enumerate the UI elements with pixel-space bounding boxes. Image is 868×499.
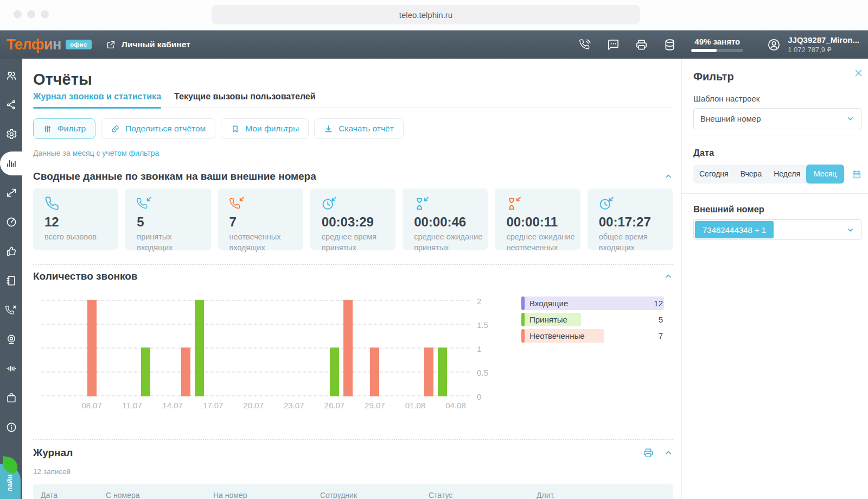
sidebar-item-network[interactable] (0, 90, 22, 119)
print-journal-icon[interactable] (643, 447, 654, 458)
journal-section-header: Журнал (33, 447, 673, 459)
external-number-chip[interactable]: 73462444348 + 1 (695, 221, 774, 238)
sidebar-item-quality[interactable] (0, 237, 22, 266)
storage-icon[interactable] (663, 39, 676, 51)
chart-plot: 00.511.5208.0711.0714.0717.0720.0723.072… (41, 301, 470, 396)
toolbar-button-my-filters[interactable]: Мои фильтры (221, 118, 309, 139)
x-axis-label: 11.07 (117, 401, 148, 410)
printer-icon[interactable] (635, 39, 648, 51)
sidebar-item-contacts-book[interactable] (0, 266, 22, 295)
summary-cards: 12всего вызовов5принятых входящих7неотве… (33, 188, 673, 250)
online-chat-widget[interactable]: лайн (0, 464, 21, 499)
page-title: Отчёты (33, 71, 673, 89)
window-maximize-button[interactable] (41, 10, 49, 18)
chart-bar-16.07 (195, 300, 204, 396)
summary-card: 5принятых входящих (125, 188, 210, 250)
x-axis-label: 04.08 (441, 401, 471, 410)
toolbar-button-filter[interactable]: Фильтр (33, 118, 95, 139)
template-select[interactable]: Внешний номер (693, 108, 861, 129)
x-axis-label: 29.07 (360, 401, 390, 410)
storage-usage-label: 49% занято (691, 37, 743, 46)
y-axis-label: 1.5 (477, 320, 488, 330)
sidebar: лайн (0, 59, 22, 499)
tab-call-log-statistics[interactable]: Журнал звонков и статистика (33, 92, 161, 108)
sidebar-item-records[interactable] (0, 325, 22, 354)
card-label: среднее время принятых (322, 231, 391, 254)
logo[interactable]: Телфин (7, 36, 61, 53)
window-minimize-button[interactable] (27, 10, 35, 18)
card-value: 00:03:29 (322, 214, 391, 230)
legend-label: Неотвеченные (529, 331, 585, 340)
bag-icon (5, 392, 17, 404)
sidebar-item-call-transfer[interactable] (0, 178, 22, 207)
sidebar-item-services[interactable] (0, 383, 22, 413)
date-range-segments: СегодняВчераНеделяМесяц (693, 165, 844, 184)
account-info[interactable]: JJQ39287_Miron... 1 072 787,9 ₽ (788, 35, 859, 54)
filter-title: Фильтр (693, 71, 861, 83)
toolbar-button-label: Поделиться отчётом (125, 124, 206, 134)
divider (682, 193, 868, 194)
note-period-link[interactable]: месяц с учетом фильтра (73, 149, 159, 157)
summary-card: 12всего вызовов (33, 188, 118, 250)
template-label: Шаблон настроек (693, 94, 861, 103)
journal-column-0: Дата (33, 491, 98, 499)
gear-icon (5, 128, 17, 140)
card-label: общее время входящих (599, 231, 668, 254)
sliders-icon (43, 124, 52, 134)
app-header: Телфин офис Личный кабинет 49% занято JJ… (0, 30, 868, 59)
date-option-Вчера[interactable]: Вчера (735, 165, 768, 184)
phone-in-icon (229, 196, 244, 211)
chart-bar-08.07 (87, 300, 97, 396)
avatar-icon[interactable] (767, 38, 781, 52)
journal-column-3: Сотрудник (312, 491, 421, 499)
toolbar-button-download-report[interactable]: Скачать отчёт (314, 118, 404, 139)
chat-icon[interactable] (607, 39, 620, 51)
thumb-icon (5, 245, 17, 257)
journal-column-2: На номер (206, 491, 312, 499)
info-icon (5, 421, 17, 433)
sidebar-item-reports[interactable] (0, 151, 22, 175)
window-controls (14, 10, 49, 18)
phone-icon[interactable] (579, 39, 591, 51)
legend-value: 12 (654, 299, 663, 308)
toolbar-button-label: Скачать отчёт (339, 124, 394, 134)
sidebar-item-missed-calls[interactable] (0, 295, 22, 325)
date-option-Месяц[interactable]: Месяц (806, 165, 844, 184)
storage-usage-bar (691, 49, 743, 52)
sidebar-item-settings[interactable] (0, 119, 22, 149)
section-divider (33, 264, 673, 265)
card-label: всего вызовов (44, 231, 114, 242)
journal-column-5: Длит. (529, 491, 673, 499)
summary-title: Сводные данные по звонкам на ваши внешни… (33, 170, 316, 182)
toolbar-button-share-report[interactable]: Поделиться отчётом (101, 118, 215, 139)
account-balance: 1 072 787,9 ₽ (788, 46, 859, 54)
link-icon (111, 124, 120, 134)
date-option-Сегодня[interactable]: Сегодня (693, 165, 735, 184)
calendar-icon[interactable] (852, 168, 861, 181)
collapse-journal-icon[interactable] (664, 449, 673, 457)
card-label: среднее ожидание принятых (414, 231, 483, 254)
chart-bar-29.07 (370, 348, 379, 396)
sidebar-item-employees[interactable] (0, 61, 22, 90)
logo-badge: офис (66, 40, 92, 49)
main-content: Отчёты Журнал звонков и статистика Текущ… (22, 59, 681, 499)
browser-chrome: teleo.telphin.ru (0, 0, 868, 30)
close-filter-icon[interactable] (854, 68, 863, 78)
x-axis-label: 26.07 (319, 401, 349, 410)
collapse-summary-icon[interactable] (664, 172, 673, 181)
card-value: 12 (44, 214, 114, 230)
legend-label: Принятые (529, 315, 567, 324)
legend-value: 5 (659, 315, 663, 324)
address-bar[interactable]: teleo.telphin.ru (212, 5, 640, 24)
chart-section-header: Количество звонков (33, 270, 673, 282)
window-close-button[interactable] (14, 10, 22, 18)
tab-current-calls[interactable]: Текущие вызовы пользователей (174, 92, 316, 108)
sidebar-item-voice[interactable] (0, 354, 22, 383)
external-number-field[interactable]: 73462444348 + 1 (693, 219, 861, 240)
note-prefix: Данные за (33, 149, 71, 157)
date-option-Неделя[interactable]: Неделя (768, 165, 806, 184)
sidebar-item-monitoring[interactable] (0, 207, 22, 237)
collapse-chart-icon[interactable] (664, 272, 673, 281)
sidebar-item-info[interactable] (0, 413, 22, 442)
personal-cabinet-link[interactable]: Личный кабинет (106, 40, 190, 50)
